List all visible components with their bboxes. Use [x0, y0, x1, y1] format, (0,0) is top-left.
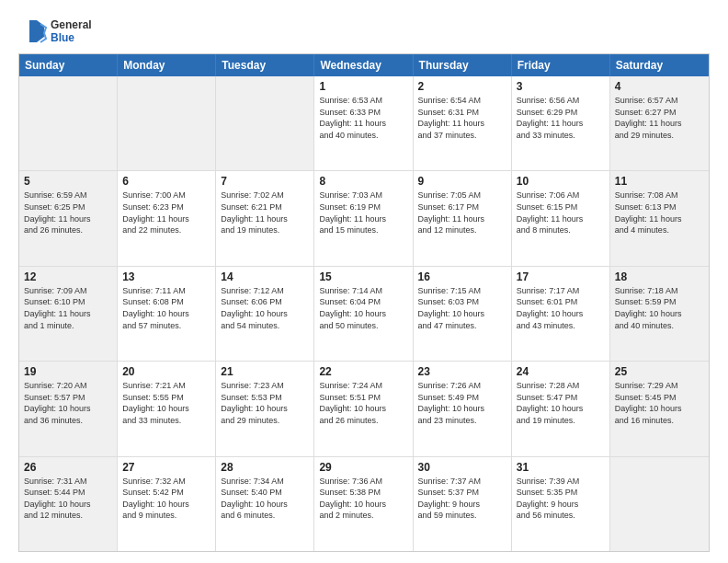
logo-general: General: [51, 18, 92, 31]
header-saturday: Saturday: [610, 54, 709, 76]
cell-info-20: Sunrise: 7:21 AM Sunset: 5:55 PM Dayligh…: [122, 380, 210, 426]
cell-info-7: Sunrise: 7:02 AM Sunset: 6:21 PM Dayligh…: [221, 190, 309, 236]
day-number-8: 8: [319, 175, 407, 188]
day-number-11: 11: [615, 175, 704, 188]
header-sunday: Sunday: [19, 54, 118, 76]
cal-row-1: 1Sunrise: 6:53 AM Sunset: 6:33 PM Daylig…: [19, 76, 709, 170]
day-number-17: 17: [517, 270, 605, 283]
cell-info-10: Sunrise: 7:06 AM Sunset: 6:15 PM Dayligh…: [517, 190, 605, 236]
cal-cell-3-1: 12Sunrise: 7:09 AM Sunset: 6:10 PM Dayli…: [19, 267, 118, 361]
cell-info-28: Sunrise: 7:34 AM Sunset: 5:40 PM Dayligh…: [221, 476, 309, 522]
cell-info-17: Sunrise: 7:17 AM Sunset: 6:01 PM Dayligh…: [517, 285, 605, 331]
cal-cell-5-1: 26Sunrise: 7:31 AM Sunset: 5:44 PM Dayli…: [19, 457, 118, 551]
day-number-16: 16: [418, 270, 506, 283]
cell-info-4: Sunrise: 6:57 AM Sunset: 6:27 PM Dayligh…: [615, 95, 704, 141]
header-monday: Monday: [118, 54, 216, 76]
cal-cell-5-7: [610, 457, 709, 551]
cal-cell-2-6: 10Sunrise: 7:06 AM Sunset: 6:15 PM Dayli…: [512, 171, 610, 265]
cell-info-11: Sunrise: 7:08 AM Sunset: 6:13 PM Dayligh…: [615, 190, 704, 236]
cell-info-30: Sunrise: 7:37 AM Sunset: 5:37 PM Dayligh…: [418, 476, 506, 522]
day-number-25: 25: [615, 365, 704, 378]
cell-info-13: Sunrise: 7:11 AM Sunset: 6:08 PM Dayligh…: [122, 285, 210, 331]
cell-info-12: Sunrise: 7:09 AM Sunset: 6:10 PM Dayligh…: [24, 285, 112, 331]
day-number-15: 15: [319, 270, 407, 283]
cell-info-2: Sunrise: 6:54 AM Sunset: 6:31 PM Dayligh…: [418, 95, 506, 141]
cell-info-9: Sunrise: 7:05 AM Sunset: 6:17 PM Dayligh…: [418, 190, 506, 236]
day-number-12: 12: [24, 270, 112, 283]
cal-cell-4-3: 21Sunrise: 7:23 AM Sunset: 5:53 PM Dayli…: [216, 362, 314, 455]
cal-row-3: 12Sunrise: 7:09 AM Sunset: 6:10 PM Dayli…: [19, 266, 709, 361]
day-number-6: 6: [122, 175, 210, 188]
cal-cell-3-5: 16Sunrise: 7:15 AM Sunset: 6:03 PM Dayli…: [414, 267, 512, 361]
cal-cell-5-3: 28Sunrise: 7:34 AM Sunset: 5:40 PM Dayli…: [216, 457, 314, 551]
cal-row-4: 19Sunrise: 7:20 AM Sunset: 5:57 PM Dayli…: [19, 361, 709, 455]
cell-info-21: Sunrise: 7:23 AM Sunset: 5:53 PM Dayligh…: [221, 380, 309, 426]
cell-info-8: Sunrise: 7:03 AM Sunset: 6:19 PM Dayligh…: [319, 190, 407, 236]
cell-info-3: Sunrise: 6:56 AM Sunset: 6:29 PM Dayligh…: [517, 95, 605, 141]
cal-cell-1-2: [118, 76, 216, 170]
cell-info-24: Sunrise: 7:28 AM Sunset: 5:47 PM Dayligh…: [517, 380, 605, 426]
day-number-22: 22: [319, 365, 407, 378]
calendar-body: 1Sunrise: 6:53 AM Sunset: 6:33 PM Daylig…: [19, 76, 709, 551]
cell-info-14: Sunrise: 7:12 AM Sunset: 6:06 PM Dayligh…: [221, 285, 309, 331]
day-number-18: 18: [615, 270, 704, 283]
cell-info-25: Sunrise: 7:29 AM Sunset: 5:45 PM Dayligh…: [615, 380, 704, 426]
cal-cell-1-1: [19, 76, 118, 170]
day-number-1: 1: [319, 80, 407, 93]
day-number-27: 27: [122, 461, 210, 474]
cell-info-26: Sunrise: 7:31 AM Sunset: 5:44 PM Dayligh…: [24, 476, 112, 522]
day-number-23: 23: [418, 365, 506, 378]
cal-cell-1-7: 4Sunrise: 6:57 AM Sunset: 6:27 PM Daylig…: [610, 76, 709, 170]
cal-cell-3-4: 15Sunrise: 7:14 AM Sunset: 6:04 PM Dayli…: [314, 267, 413, 361]
day-number-9: 9: [418, 175, 506, 188]
logo: General Blue: [18, 17, 92, 46]
cell-info-19: Sunrise: 7:20 AM Sunset: 5:57 PM Dayligh…: [24, 380, 112, 426]
header-tuesday: Tuesday: [216, 54, 314, 76]
cell-info-27: Sunrise: 7:32 AM Sunset: 5:42 PM Dayligh…: [122, 476, 210, 522]
day-number-14: 14: [221, 270, 309, 283]
cell-info-18: Sunrise: 7:18 AM Sunset: 5:59 PM Dayligh…: [615, 285, 704, 331]
header-friday: Friday: [512, 54, 610, 76]
day-number-7: 7: [221, 175, 309, 188]
cal-cell-2-7: 11Sunrise: 7:08 AM Sunset: 6:13 PM Dayli…: [610, 171, 709, 265]
cal-cell-4-6: 24Sunrise: 7:28 AM Sunset: 5:47 PM Dayli…: [512, 362, 610, 455]
cell-info-29: Sunrise: 7:36 AM Sunset: 5:38 PM Dayligh…: [319, 476, 407, 522]
cell-info-15: Sunrise: 7:14 AM Sunset: 6:04 PM Dayligh…: [319, 285, 407, 331]
cell-info-31: Sunrise: 7:39 AM Sunset: 5:35 PM Dayligh…: [517, 476, 605, 522]
cell-info-1: Sunrise: 6:53 AM Sunset: 6:33 PM Dayligh…: [319, 95, 407, 141]
cal-cell-3-2: 13Sunrise: 7:11 AM Sunset: 6:08 PM Dayli…: [118, 267, 216, 361]
cal-cell-4-4: 22Sunrise: 7:24 AM Sunset: 5:51 PM Dayli…: [314, 362, 413, 455]
day-number-21: 21: [221, 365, 309, 378]
day-number-4: 4: [615, 80, 704, 93]
cell-info-23: Sunrise: 7:26 AM Sunset: 5:49 PM Dayligh…: [418, 380, 506, 426]
day-number-29: 29: [319, 461, 407, 474]
day-number-31: 31: [517, 461, 605, 474]
day-number-10: 10: [517, 175, 605, 188]
cal-cell-5-5: 30Sunrise: 7:37 AM Sunset: 5:37 PM Dayli…: [414, 457, 512, 551]
cal-cell-3-3: 14Sunrise: 7:12 AM Sunset: 6:06 PM Dayli…: [216, 267, 314, 361]
day-number-24: 24: [517, 365, 605, 378]
cell-info-22: Sunrise: 7:24 AM Sunset: 5:51 PM Dayligh…: [319, 380, 407, 426]
cal-row-5: 26Sunrise: 7:31 AM Sunset: 5:44 PM Dayli…: [19, 456, 709, 551]
header-wednesday: Wednesday: [314, 54, 413, 76]
day-number-19: 19: [24, 365, 112, 378]
cal-cell-4-2: 20Sunrise: 7:21 AM Sunset: 5:55 PM Dayli…: [118, 362, 216, 455]
cal-cell-2-4: 8Sunrise: 7:03 AM Sunset: 6:19 PM Daylig…: [314, 171, 413, 265]
logo-svg: [18, 17, 48, 46]
day-number-5: 5: [24, 175, 112, 188]
day-number-30: 30: [418, 461, 506, 474]
cell-info-5: Sunrise: 6:59 AM Sunset: 6:25 PM Dayligh…: [24, 190, 112, 236]
cell-info-6: Sunrise: 7:00 AM Sunset: 6:23 PM Dayligh…: [122, 190, 210, 236]
cal-cell-3-6: 17Sunrise: 7:17 AM Sunset: 6:01 PM Dayli…: [512, 267, 610, 361]
page: General Blue SundayMondayTuesdayWednesda…: [0, 0, 728, 563]
calendar: SundayMondayTuesdayWednesdayThursdayFrid…: [18, 53, 710, 552]
cal-cell-5-4: 29Sunrise: 7:36 AM Sunset: 5:38 PM Dayli…: [314, 457, 413, 551]
cal-cell-4-5: 23Sunrise: 7:26 AM Sunset: 5:49 PM Dayli…: [414, 362, 512, 455]
cal-cell-1-4: 1Sunrise: 6:53 AM Sunset: 6:33 PM Daylig…: [314, 76, 413, 170]
cal-row-2: 5Sunrise: 6:59 AM Sunset: 6:25 PM Daylig…: [19, 170, 709, 265]
day-number-20: 20: [122, 365, 210, 378]
cal-cell-1-6: 3Sunrise: 6:56 AM Sunset: 6:29 PM Daylig…: [512, 76, 610, 170]
cal-cell-5-6: 31Sunrise: 7:39 AM Sunset: 5:35 PM Dayli…: [512, 457, 610, 551]
day-number-13: 13: [122, 270, 210, 283]
cal-cell-2-1: 5Sunrise: 6:59 AM Sunset: 6:25 PM Daylig…: [19, 171, 118, 265]
